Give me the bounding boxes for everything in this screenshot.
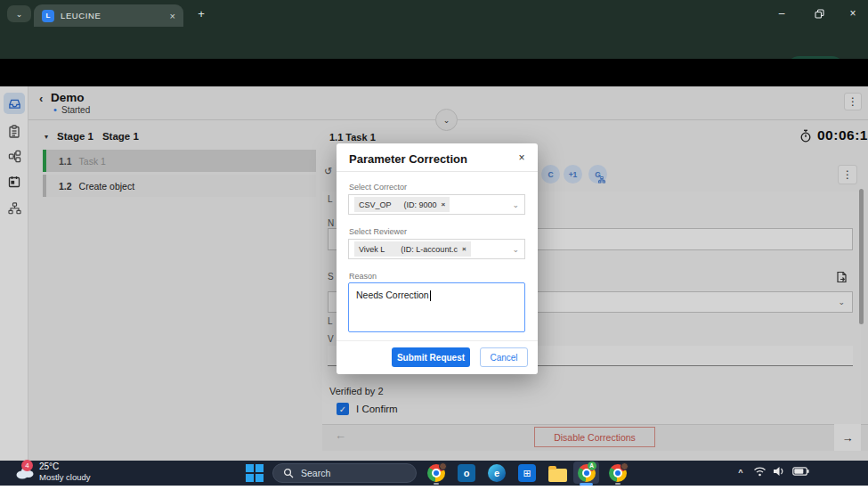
microsoft-store-app-icon[interactable]: ⊞ xyxy=(517,463,537,483)
running-indicator xyxy=(615,483,621,485)
chrome-active-app-icon[interactable]: A xyxy=(573,461,599,484)
select-reviewer-label: Select Reviewer xyxy=(349,227,407,236)
chip-remove-icon[interactable]: × xyxy=(462,245,466,253)
leucine-favicon-icon: L xyxy=(42,10,54,22)
screen: ⌄ L LEUCINE × + – × ← → ↻ csv.platform.l… xyxy=(0,0,868,490)
divider xyxy=(337,171,538,172)
corrector-name: CSV_OP xyxy=(359,200,392,209)
reviewer-select[interactable]: Vivek L (ID: L-account.c × ⌄ xyxy=(348,239,525,259)
window-close-button[interactable]: × xyxy=(844,6,862,20)
chip-remove-icon[interactable]: × xyxy=(442,200,446,208)
corrector-select[interactable]: CSV_OP (ID: 9000 × ⌄ xyxy=(348,194,525,215)
reason-label: Reason xyxy=(349,272,377,281)
screen-edge-strip xyxy=(0,486,868,490)
tab-close-icon[interactable]: × xyxy=(170,11,175,21)
file-explorer-app-icon[interactable] xyxy=(548,463,567,483)
weather-alert-badge: 4 xyxy=(21,460,33,471)
divider xyxy=(337,340,538,341)
submit-request-button[interactable]: Submit Request xyxy=(392,347,470,367)
select-corrector-label: Select Corrector xyxy=(349,183,407,192)
volume-icon[interactable] xyxy=(773,466,788,479)
taskbar-search[interactable]: Search xyxy=(272,463,417,483)
browser-toolbar: ← → ↻ csv.platform.leucinetech.com/inbox… xyxy=(0,27,868,59)
windows-taskbar: 4 25°C Mostly cloudy Search o e ⊞ A ^ xyxy=(0,461,868,486)
reviewer-chip: Vivek L (ID: L-account.c × xyxy=(354,241,471,257)
window-minimize-button[interactable]: – xyxy=(773,6,791,20)
chrome-app-icon[interactable] xyxy=(426,463,446,483)
parameter-correction-modal: Parameter Correction × Select Corrector … xyxy=(337,143,538,374)
battery-icon[interactable] xyxy=(792,467,807,480)
tab-title: LEUCINE xyxy=(61,11,164,20)
outlook-app-icon[interactable]: o xyxy=(457,463,476,483)
restore-icon xyxy=(815,9,824,19)
modal-title: Parameter Correction xyxy=(349,152,467,166)
corrector-chip: CSV_OP (ID: 9000 × xyxy=(354,197,450,212)
new-tab-button[interactable]: + xyxy=(193,5,209,21)
windows-start-button[interactable] xyxy=(246,464,264,483)
weather-temperature[interactable]: 25°C xyxy=(39,461,59,471)
window-maximize-button[interactable] xyxy=(810,6,828,20)
edge-app-icon[interactable]: e xyxy=(487,463,507,483)
tab-search-button[interactable]: ⌄ xyxy=(7,5,31,22)
cancel-button[interactable]: Cancel xyxy=(480,347,528,367)
reviewer-id: (ID: L-account.c xyxy=(401,245,458,254)
chevron-down-icon: ⌄ xyxy=(512,245,519,254)
tray-expand-icon[interactable]: ^ xyxy=(735,466,746,478)
corrector-id: (ID: 9000 xyxy=(404,200,437,209)
modal-close-icon[interactable]: × xyxy=(515,151,529,165)
search-placeholder: Search xyxy=(301,468,330,478)
search-icon xyxy=(283,468,294,478)
chevron-down-icon: ⌄ xyxy=(16,10,23,19)
reviewer-name: Vivek L xyxy=(359,245,385,254)
app-header: Leucine Cleaning ⌄ London ⌄ Vivek L ⌄ xyxy=(0,59,868,86)
chevron-down-icon: ⌄ xyxy=(512,200,519,209)
chrome-profile2-app-icon[interactable] xyxy=(608,463,628,483)
reason-textarea[interactable]: Needs Correction xyxy=(348,282,525,332)
browser-tab[interactable]: L LEUCINE × xyxy=(34,4,183,27)
running-indicator xyxy=(434,483,439,485)
browser-titlebar: ⌄ L LEUCINE × + – × xyxy=(0,0,868,27)
wifi-icon[interactable] xyxy=(753,466,768,479)
text-cursor xyxy=(430,290,431,301)
weather-condition[interactable]: Mostly cloudy xyxy=(39,472,91,482)
reason-value: Needs Correction xyxy=(356,290,429,300)
